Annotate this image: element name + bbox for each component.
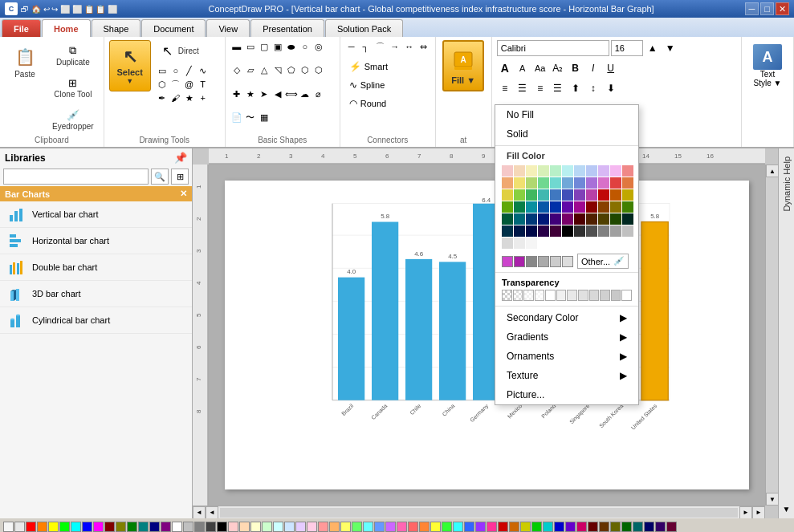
align-top-btn[interactable]: ⬆ (568, 80, 584, 96)
brush-tool[interactable]: 🖌 (169, 91, 182, 104)
align-left-btn[interactable]: ≡ (497, 80, 513, 96)
scroll-nav-right[interactable]: ► (739, 506, 752, 519)
poly-tool[interactable]: ⬡ (156, 78, 169, 91)
font-size-down-btn[interactable]: ▼ (662, 40, 678, 56)
color-bar-swatch[interactable] (104, 522, 115, 532)
color-bar-swatch[interactable] (565, 522, 576, 532)
shape-hexagon[interactable]: ⬡ (299, 64, 311, 77)
fill-color-cell[interactable] (574, 189, 585, 201)
color-bar-swatch[interactable] (475, 522, 486, 532)
fill-color-cell[interactable] (574, 177, 585, 189)
fill-color-cell[interactable] (598, 213, 609, 225)
fill-color-cell[interactable] (538, 189, 549, 201)
library-item-cylindrical-bar[interactable]: Cylindrical bar chart (0, 307, 192, 334)
color-bar-swatch[interactable] (37, 522, 47, 532)
tab-view[interactable]: View (206, 19, 250, 37)
menu-secondary-color[interactable]: Secondary Color ▶ (495, 308, 638, 327)
color-bar-swatch[interactable] (116, 522, 126, 532)
bar-brazil[interactable] (338, 278, 364, 400)
fill-color-cell[interactable] (586, 165, 597, 177)
eyedropper-button[interactable]: 💉 Eyedropper (47, 104, 99, 134)
shape-doc[interactable]: 📄 (230, 112, 243, 124)
rect-tool[interactable]: ▭ (156, 64, 169, 77)
scroll-right[interactable]: ▲ ▼ (765, 164, 778, 506)
color-bar-swatch[interactable] (385, 522, 396, 532)
shape-arrow-l[interactable]: ◀ (271, 87, 284, 100)
trans-extra2[interactable] (567, 290, 577, 301)
conn-dbl[interactable]: ⇔ (417, 40, 430, 53)
tab-presentation[interactable]: Presentation (250, 19, 324, 37)
fill-color-cell[interactable] (586, 177, 597, 189)
tab-file[interactable]: File (2, 19, 41, 37)
scroll-left-btn[interactable]: ◄ (193, 506, 206, 519)
color-bar-swatch[interactable] (161, 522, 171, 532)
tab-solution-pack[interactable]: Solution Pack (325, 19, 403, 37)
color-bar-swatch[interactable] (262, 522, 272, 532)
star-tool[interactable]: ★ (183, 91, 196, 104)
library-item-vertical-bar[interactable]: Vertical bar chart (0, 201, 192, 228)
duplicate-button[interactable]: ⧉ Duplicate (47, 40, 99, 70)
color-bar-swatch[interactable] (576, 522, 587, 532)
font-italic-btn[interactable]: I (585, 60, 601, 76)
fill-color-cell[interactable] (514, 177, 525, 189)
fill-color-cell[interactable] (598, 189, 609, 201)
color-bar-swatch[interactable] (498, 522, 508, 532)
spiral-tool[interactable]: @ (183, 78, 196, 91)
color-special-6[interactable] (562, 256, 573, 267)
font-aa-btn[interactable]: Aa (532, 60, 548, 76)
ellipse-tool[interactable]: ○ (169, 64, 182, 77)
fill-color-cell[interactable] (562, 189, 573, 201)
font-shrink-btn[interactable]: A (515, 60, 531, 76)
bar-china[interactable] (439, 262, 466, 400)
menu-texture[interactable]: Texture ▶ (495, 366, 638, 385)
shape-circle2[interactable]: ◎ (312, 40, 325, 53)
direct-button[interactable]: ↖ Direct (156, 40, 220, 61)
shape-arrow-r[interactable]: ➤ (258, 87, 271, 100)
conn-bend[interactable]: ┐ (360, 40, 373, 53)
tab-home[interactable]: Home (42, 19, 91, 37)
fill-color-cell[interactable] (502, 238, 513, 249)
shape-triangle[interactable]: △ (258, 64, 271, 77)
trans-extra3[interactable] (578, 290, 588, 301)
fill-color-cell[interactable] (622, 201, 633, 213)
color-bar-swatch[interactable] (610, 522, 621, 532)
bar-chile[interactable] (405, 259, 432, 400)
spline-connector-btn[interactable]: ∿ Spline (345, 77, 389, 93)
color-bar-swatch[interactable] (340, 522, 351, 532)
shape-round-rect2[interactable]: ▣ (271, 40, 284, 53)
fill-color-cell[interactable] (586, 213, 597, 225)
color-bar-swatch[interactable] (588, 522, 598, 532)
fill-color-cell[interactable] (622, 189, 633, 201)
curve-tool[interactable]: ∿ (197, 64, 210, 77)
search-button[interactable]: 🔍 (151, 169, 169, 185)
fill-color-cell[interactable] (538, 177, 549, 189)
trans-100[interactable] (545, 290, 556, 301)
conn-curve[interactable]: ⌒ (374, 40, 387, 53)
fill-color-cell[interactable] (538, 165, 549, 177)
fill-color-cell[interactable] (502, 189, 513, 201)
color-bar-swatch[interactable] (363, 522, 373, 532)
grid-view-button[interactable]: ⊞ (171, 169, 189, 185)
shape-db-arrow[interactable]: ⟺ (285, 87, 298, 100)
trans-extra5[interactable] (600, 290, 610, 301)
shape-rtri[interactable]: ◹ (271, 64, 284, 77)
search-input[interactable] (3, 169, 149, 185)
pin-icon[interactable]: 📌 (174, 152, 187, 164)
trans-extra1[interactable] (556, 290, 567, 301)
color-bar-swatch[interactable] (82, 522, 92, 532)
bar-canada[interactable] (372, 222, 398, 400)
menu-solid[interactable]: Solid (495, 124, 638, 144)
fill-color-cell[interactable] (598, 177, 609, 189)
help-scroll-btn[interactable]: ▼ (780, 502, 793, 515)
align-right-btn[interactable]: ≡ (532, 80, 548, 96)
color-special-2[interactable] (514, 256, 525, 267)
color-bar-swatch[interactable] (655, 522, 666, 532)
fill-color-cell[interactable] (514, 201, 525, 213)
fill-color-cell[interactable] (598, 201, 609, 213)
fill-color-cell[interactable] (526, 165, 537, 177)
trans-extra6[interactable] (611, 290, 621, 301)
minimize-btn[interactable]: ─ (745, 2, 759, 15)
color-bar-swatch[interactable] (408, 522, 418, 532)
fill-color-cell[interactable] (586, 201, 597, 213)
smart-connector-btn[interactable]: ⚡ Smart (345, 59, 392, 75)
